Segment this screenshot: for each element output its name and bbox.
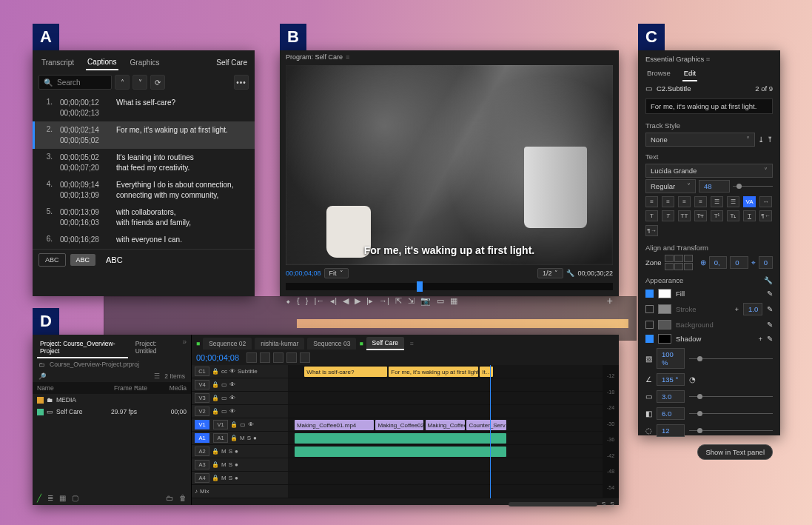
shadow-blur-slider[interactable] bbox=[689, 430, 773, 431]
filter-icon[interactable]: 🔎 bbox=[38, 372, 47, 380]
font-size-slider[interactable] bbox=[733, 186, 773, 187]
panel-menu-icon[interactable]: » bbox=[182, 338, 187, 358]
time-ruler[interactable] bbox=[286, 283, 613, 290]
align-top-icon[interactable]: ☰ bbox=[711, 196, 723, 207]
new-item-icon[interactable]: ╱ bbox=[37, 494, 41, 502]
track-target[interactable]: V4 bbox=[195, 380, 209, 389]
snap-icon[interactable] bbox=[246, 352, 257, 363]
playhead[interactable] bbox=[490, 365, 491, 498]
tab-graphics[interactable]: Graphics bbox=[129, 56, 161, 70]
caption-row[interactable]: 2. 00;00;02;1400;00;05;02 For me, it's w… bbox=[33, 121, 255, 149]
eyedropper-icon[interactable]: ✎ bbox=[767, 335, 773, 343]
caption-clip[interactable]: What is self-care? bbox=[304, 367, 387, 377]
subscript-icon[interactable]: T₁ bbox=[727, 210, 739, 221]
project-item[interactable]: ▭Self Care29.97 fps00;00 bbox=[33, 406, 191, 418]
sequence-tab[interactable]: nishita-kumar bbox=[255, 338, 304, 350]
export-frame-button[interactable]: 📷 bbox=[420, 296, 431, 306]
add-stroke-button[interactable]: + bbox=[734, 305, 739, 313]
mark-out-button[interactable]: } bbox=[306, 296, 309, 305]
new-bin-icon[interactable]: 🗀 bbox=[166, 494, 173, 502]
caption-text-input[interactable]: For me, it's waking up at first light. bbox=[645, 98, 773, 114]
caption-style-chip[interactable]: ABC bbox=[38, 253, 66, 267]
linked-selection-icon[interactable] bbox=[260, 352, 270, 363]
mix-icon[interactable]: ♪ bbox=[195, 488, 198, 495]
col-name[interactable]: Name bbox=[37, 384, 114, 392]
sequence-tab[interactable]: Sequence 03 bbox=[307, 338, 356, 350]
align-justify-icon[interactable]: ≡ bbox=[694, 196, 707, 207]
align-right-icon[interactable]: ≡ bbox=[678, 196, 691, 207]
lock-icon[interactable]: 🔒 bbox=[212, 368, 219, 375]
zone-x-input[interactable]: 0, bbox=[709, 256, 728, 269]
shadow-opacity-input[interactable]: 100 % bbox=[657, 348, 685, 369]
caption-clip[interactable]: For me, it's waking up at first light. bbox=[389, 367, 478, 377]
eyedropper-icon[interactable]: ✎ bbox=[767, 290, 773, 298]
panel-menu-icon[interactable]: ≡ bbox=[410, 340, 414, 347]
audio-clip[interactable] bbox=[295, 447, 506, 457]
superscript-icon[interactable]: T¹ bbox=[711, 210, 723, 221]
tracking-icon[interactable]: VA bbox=[743, 196, 756, 207]
caption-style-chip[interactable]: ABC bbox=[70, 254, 96, 266]
program-video[interactable]: For me, it's waking up at first light. bbox=[286, 65, 613, 265]
marker-icon[interactable] bbox=[273, 352, 283, 363]
video-clip[interactable]: Making_Coffee03.mp4 bbox=[426, 420, 466, 430]
stroke-toggle[interactable] bbox=[645, 305, 654, 313]
shadow-size-slider[interactable] bbox=[689, 413, 773, 414]
add-shadow-button[interactable]: + bbox=[758, 335, 762, 343]
go-out-button[interactable]: →| bbox=[379, 296, 389, 305]
video-clip[interactable]: Counter_Serv… bbox=[466, 420, 506, 430]
faux-bold-icon[interactable]: T bbox=[645, 210, 658, 221]
playhead-indicator[interactable] bbox=[417, 281, 423, 292]
project-tab[interactable]: Project: Untitled bbox=[132, 338, 178, 358]
shadow-swatch[interactable] bbox=[658, 334, 671, 344]
caption-row[interactable]: 6. 00;00;16;28 with everyone I can. bbox=[33, 231, 255, 249]
font-weight-dropdown[interactable]: Regular˅ bbox=[645, 179, 696, 193]
anchor-icon[interactable]: ⌖ bbox=[751, 258, 756, 267]
solo-button[interactable]: S bbox=[247, 435, 251, 441]
more-options-button[interactable]: ••• bbox=[234, 75, 249, 90]
background-toggle[interactable] bbox=[645, 321, 654, 329]
tab-browse[interactable]: Browse bbox=[645, 66, 672, 81]
project-tab[interactable]: Project: Course_Overview-Project bbox=[37, 338, 128, 358]
sequence-tab[interactable]: Sequence 02 bbox=[203, 338, 252, 350]
lift-button[interactable]: ⇱ bbox=[395, 296, 402, 306]
caption-text[interactable]: What is self-care? bbox=[116, 98, 247, 108]
mute-button[interactable]: M bbox=[240, 435, 245, 441]
caption-style-chip[interactable]: ABC bbox=[100, 253, 129, 267]
shadow-size-input[interactable]: 6.0 bbox=[657, 407, 685, 420]
cc-icon[interactable] bbox=[300, 352, 310, 363]
shadow-angle-input[interactable]: 135 ° bbox=[657, 373, 685, 386]
list-view-icon[interactable]: ≣ bbox=[47, 494, 53, 502]
caption-text[interactable]: with collaborators, with friends and fam… bbox=[116, 207, 247, 227]
caption-row[interactable]: 4. 00;00;09;1400;00;13;09 Everything I d… bbox=[33, 176, 255, 204]
rtl-icon[interactable]: ¶← bbox=[759, 210, 772, 221]
video-clip[interactable]: Making_Coffee01.mp4 bbox=[295, 420, 374, 430]
go-in-button[interactable]: |← bbox=[314, 296, 324, 305]
download-style-icon[interactable]: ⤓ bbox=[758, 136, 764, 144]
button-editor-button[interactable]: + bbox=[607, 295, 613, 307]
step-back-button[interactable]: ◂| bbox=[330, 296, 337, 306]
stroke-width-input[interactable]: 1.0 bbox=[743, 303, 762, 315]
wrench-icon[interactable] bbox=[286, 352, 297, 363]
comparison-button[interactable]: ▭ bbox=[437, 296, 444, 306]
tab-captions[interactable]: Captions bbox=[86, 55, 118, 70]
eyedropper-icon[interactable]: ✎ bbox=[767, 305, 773, 313]
safe-margins-button[interactable]: ▦ bbox=[450, 296, 457, 306]
shadow-opacity-slider[interactable] bbox=[689, 358, 773, 359]
audio-clip[interactable] bbox=[295, 433, 506, 444]
add-marker-button[interactable]: ⬥ bbox=[286, 296, 291, 305]
list-view-icon[interactable]: ☰ bbox=[154, 372, 160, 380]
track-target[interactable]: C1 bbox=[195, 367, 209, 376]
smallcaps-icon[interactable]: Tᴛ bbox=[694, 210, 707, 221]
zoom-scroll[interactable] bbox=[509, 502, 597, 506]
caption-text[interactable]: For me, it's waking up at first light. bbox=[116, 125, 247, 136]
zone-grid[interactable] bbox=[665, 255, 693, 270]
play-back-button[interactable]: ◀ bbox=[343, 296, 349, 306]
timeline-lanes[interactable]: What is self-care? For me, it's waking u… bbox=[288, 365, 619, 498]
play-button[interactable]: ▶ bbox=[355, 296, 360, 306]
track-target[interactable]: V3 bbox=[195, 393, 209, 403]
font-size-input[interactable]: 48 bbox=[699, 180, 730, 193]
shadow-blur-input[interactable]: 12 bbox=[657, 424, 685, 437]
show-in-text-panel-button[interactable]: Show in Text panel bbox=[697, 444, 773, 460]
source-patching-icon[interactable]: ■ bbox=[359, 340, 363, 347]
wrench-icon[interactable]: 🔧 bbox=[764, 276, 773, 284]
